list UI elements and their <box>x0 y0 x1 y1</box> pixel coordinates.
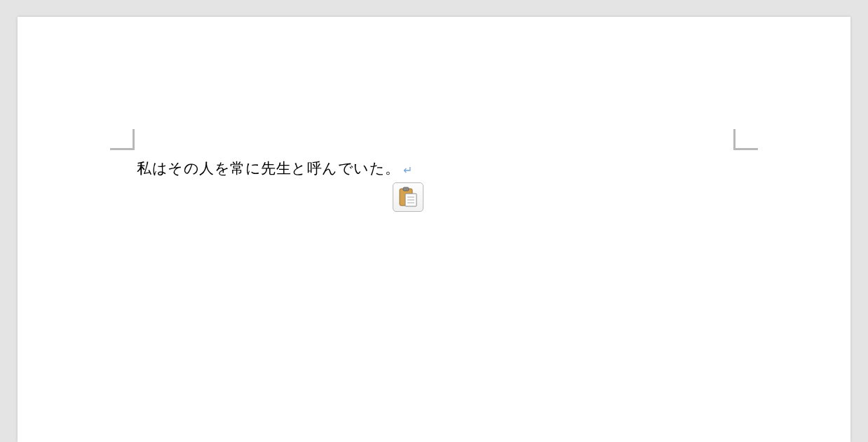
paragraph-line[interactable]: 私はその人を常に先生と呼んでいた。↵ <box>137 159 412 178</box>
body-text[interactable]: 私はその人を常に先生と呼んでいた。 <box>137 160 400 177</box>
margin-corner-top-left <box>110 129 135 150</box>
paragraph-mark-icon: ↵ <box>403 164 413 176</box>
document-page[interactable]: 私はその人を常に先生と呼んでいた。↵ <box>18 17 850 442</box>
margin-corner-top-right <box>733 129 758 150</box>
clipboard-icon <box>398 187 419 208</box>
svg-rect-1 <box>403 187 409 191</box>
paste-options-button[interactable] <box>393 182 423 212</box>
